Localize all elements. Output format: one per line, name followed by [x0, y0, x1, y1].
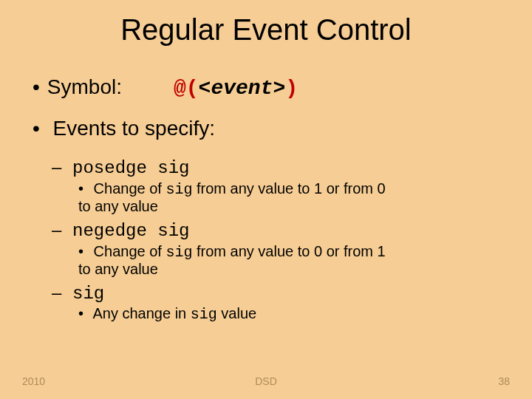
bullet-dot-icon: • — [78, 243, 83, 259]
dash-icon: – — [52, 282, 61, 302]
gt: > — [273, 77, 285, 100]
symbol-label: Symbol: — [47, 75, 122, 99]
sub-sub-bullet-posedge-desc: • Change of sig from any value to 1 or f… — [78, 180, 389, 215]
slide: Regular Event Control • Symbol: @(<event… — [0, 0, 532, 399]
rparen: ) — [285, 77, 298, 100]
desc-pre: Change of — [94, 243, 166, 259]
bullet-dot-icon: • — [33, 117, 40, 140]
sub-bullet-negedge: – negedge sig — [52, 219, 499, 242]
desc-pre: Any change in — [92, 305, 190, 321]
slide-body: • Symbol: @(<event>) • Events to specify… — [33, 75, 499, 327]
desc-post: value — [217, 305, 256, 321]
bullet-dot-icon: • — [78, 180, 83, 197]
desc-code: sig — [166, 244, 192, 261]
sub-bullet-posedge: – posedge sig — [52, 157, 499, 179]
negedge-code: negedge sig — [72, 221, 189, 241]
bullet-symbol: • Symbol: @(<event>) — [33, 75, 499, 100]
sub-sub-bullet-negedge-desc: • Change of sig from any value to 0 or f… — [78, 243, 389, 278]
desc-code: sig — [166, 181, 192, 198]
symbol-code: @(<event>) — [174, 77, 298, 100]
dash-icon: – — [52, 157, 61, 177]
at-sign: @ — [174, 77, 186, 100]
desc-pre: Change of — [94, 180, 166, 197]
events-heading-text: Events to specify: — [53, 117, 215, 140]
event-word: event — [211, 77, 273, 100]
slide-footer: 2010 DSD 38 — [0, 375, 532, 390]
posedge-code: posedge sig — [72, 158, 189, 178]
footer-page-number: 38 — [498, 375, 510, 387]
sub-sub-bullet-sig-desc: • Any change in sig value — [78, 305, 389, 323]
slide-title: Regular Event Control — [0, 13, 532, 47]
sub-bullet-sig: – sig — [52, 282, 499, 304]
sig-code: sig — [72, 284, 104, 304]
bullet-dot-icon: • — [33, 75, 40, 99]
footer-mid: DSD — [0, 375, 532, 387]
bullet-events-heading: • Events to specify: — [33, 117, 499, 140]
bullet-dot-icon: • — [78, 305, 83, 321]
desc-code: sig — [191, 306, 217, 323]
lparen: ( — [186, 77, 199, 100]
lt: < — [199, 77, 211, 100]
dash-icon: – — [52, 219, 61, 239]
